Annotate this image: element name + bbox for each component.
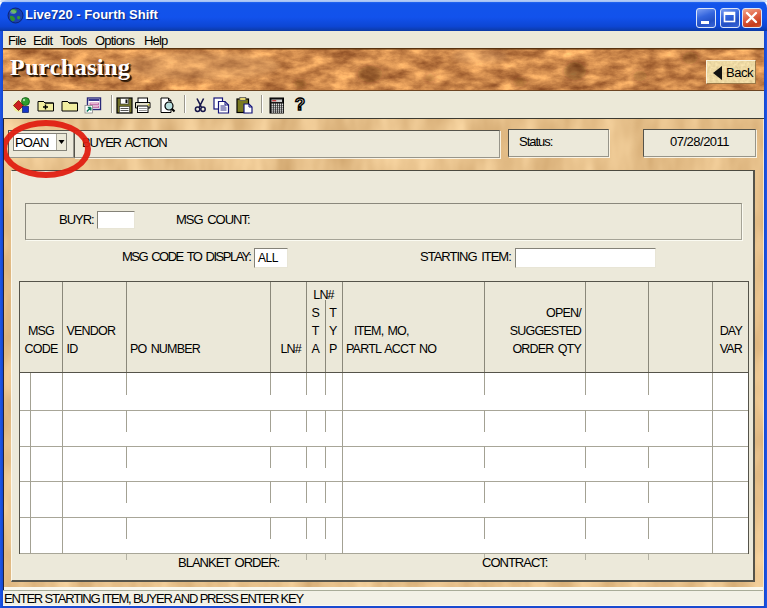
svg-text:?: ? xyxy=(295,95,305,114)
